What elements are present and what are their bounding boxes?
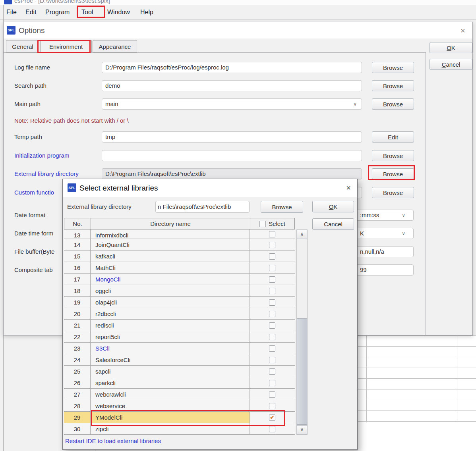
directory-name-cell[interactable]: sapcli	[91, 366, 250, 377]
cancel-button[interactable]: Cancel	[312, 218, 354, 230]
field-fragment: :mm:ss	[360, 212, 379, 218]
temp-path-field[interactable]: tmp	[102, 131, 362, 143]
directory-name-cell[interactable]: webservice	[91, 400, 250, 411]
column-header-select[interactable]: Select	[250, 218, 294, 229]
extlib-directory-field[interactable]: D:\Program Files\raqsoft\esProc\extlib	[102, 168, 362, 179]
spl-logo-icon: SPL	[68, 183, 76, 192]
browse-button[interactable]: Browse	[261, 201, 303, 213]
library-checkbox[interactable]	[269, 299, 275, 306]
table-row: 18oggcli	[64, 285, 295, 297]
column-header-directory-name[interactable]: Directory name	[91, 218, 250, 229]
ok-button[interactable]: OK	[312, 201, 354, 212]
browse-search-button[interactable]: Browse	[372, 80, 414, 91]
library-checkbox[interactable]	[269, 391, 275, 398]
scroll-up-icon[interactable]: ∧	[297, 230, 307, 239]
scroll-down-icon[interactable]: ∨	[297, 425, 307, 434]
cancel-button[interactable]: Cancel	[430, 59, 472, 70]
browse-log-button[interactable]: Browse	[372, 62, 414, 73]
extlib-directory-field[interactable]: n Files\raqsoft\esProc\extlib	[155, 201, 250, 213]
extlib-directory-label: External library directory	[67, 201, 132, 213]
library-checkbox[interactable]	[269, 242, 275, 248]
row-number: 14	[64, 239, 91, 250]
library-checkbox[interactable]	[269, 253, 275, 260]
directory-name-cell[interactable]: informixdbcli	[91, 229, 250, 239]
file-buffer-label: File buffer(Byte	[14, 246, 54, 257]
chevron-down-icon[interactable]: ∨	[402, 210, 405, 220]
directory-name-cell[interactable]: JoinQuantCli	[91, 239, 250, 250]
log-file-name-field[interactable]: D:/Program Files/raqsoft/esProc/log/espr…	[102, 62, 362, 73]
column-header-no[interactable]: No.	[64, 218, 91, 229]
directory-name-cell[interactable]: oggcli	[91, 285, 250, 296]
menu-help[interactable]: Help	[140, 5, 153, 19]
directory-name-cell[interactable]: webcrawlcli	[91, 389, 250, 400]
edit-temp-button[interactable]: Edit	[372, 131, 414, 143]
grid-vline	[366, 335, 367, 422]
directory-name-cell[interactable]: r2dbccli	[91, 308, 250, 319]
grid-vline	[457, 335, 457, 422]
chevron-down-icon[interactable]: ∨	[353, 99, 357, 109]
directory-name-cell[interactable]: report5cli	[91, 331, 250, 342]
browse-main-button[interactable]: Browse	[372, 98, 414, 110]
row-number: 30	[64, 423, 91, 434]
library-checkbox[interactable]	[269, 288, 275, 294]
date-format-label: Date format	[14, 210, 45, 221]
main-path-dropdown[interactable]: main ∨	[102, 98, 362, 110]
table-row: 17MongoCli	[64, 274, 295, 285]
directory-name-cell[interactable]: sparkcli	[91, 377, 250, 388]
table-row: 14JoinQuantCli	[64, 239, 295, 251]
table-row: 15kafkacli	[64, 251, 295, 262]
library-checkbox[interactable]	[269, 345, 275, 352]
chevron-down-icon[interactable]: ∨	[402, 228, 405, 239]
menu-file[interactable]: File	[6, 5, 17, 19]
browse-init-button[interactable]: Browse	[372, 150, 414, 161]
directory-name-cell[interactable]: rediscli	[91, 320, 250, 331]
select-libraries-dialog: SPL Select external libraries × External…	[62, 179, 358, 450]
table-row: 21rediscli	[64, 320, 295, 331]
table-header: No. Directory name Select	[64, 218, 295, 229]
directory-name-cell[interactable]: S3Cli	[91, 343, 250, 354]
menu-bar: FileEditProgramToolWindowHelp	[0, 5, 476, 20]
tab-general[interactable]: General	[6, 40, 39, 52]
library-checkbox[interactable]	[269, 368, 275, 375]
init-program-field[interactable]	[102, 150, 362, 161]
directory-name-cell[interactable]: kafkacli	[91, 251, 250, 262]
log-file-name-label: Log file name	[14, 62, 50, 73]
select-cell	[250, 262, 295, 273]
close-icon[interactable]: ×	[346, 179, 351, 197]
library-checkbox[interactable]	[269, 357, 275, 363]
library-checkbox[interactable]	[269, 231, 275, 237]
menu-window[interactable]: Window	[107, 5, 130, 19]
library-checkbox[interactable]	[269, 311, 275, 317]
select-all-checkbox[interactable]	[259, 221, 266, 227]
field-fragment: 99	[360, 266, 367, 273]
directory-name-cell[interactable]: MathCli	[91, 262, 250, 273]
ok-button[interactable]: OK	[430, 42, 472, 53]
close-icon[interactable]: ×	[461, 22, 465, 39]
library-checkbox[interactable]	[269, 322, 275, 329]
library-checkbox[interactable]	[269, 265, 275, 271]
library-checkbox[interactable]	[269, 403, 275, 409]
library-checkbox[interactable]	[269, 334, 275, 340]
search-path-field[interactable]: demo	[102, 80, 362, 91]
menu-program[interactable]: Program	[45, 5, 70, 19]
menu-edit[interactable]: Edit	[25, 5, 37, 19]
directory-name-cell[interactable]: MongoCli	[91, 274, 250, 285]
select-cell	[250, 285, 295, 296]
select-cell	[250, 229, 295, 239]
table-row: 23S3Cli	[64, 343, 295, 354]
vertical-scrollbar[interactable]: ∧ ∨	[296, 229, 308, 435]
library-checkbox[interactable]	[269, 276, 275, 283]
library-checkbox[interactable]	[269, 380, 275, 386]
directory-name-cell[interactable]: olap4jcli	[91, 297, 250, 308]
row-number: 16	[64, 262, 91, 273]
browse-custom-button[interactable]: Browse	[372, 187, 414, 198]
scrollbar-thumb[interactable]	[297, 318, 307, 425]
window-title: esProc - [D:\works\shell\s3\test.splx]	[14, 0, 110, 4]
tab-appearance[interactable]: Appearance	[93, 40, 137, 52]
date-time-format-label: Date time form	[14, 228, 53, 239]
directory-name-cell[interactable]: SalesforceCli	[91, 354, 250, 365]
annotation-box-tool-menu	[77, 6, 105, 18]
select-cell	[250, 331, 295, 342]
library-checkbox[interactable]	[269, 426, 275, 432]
row-number: 22	[64, 331, 91, 342]
